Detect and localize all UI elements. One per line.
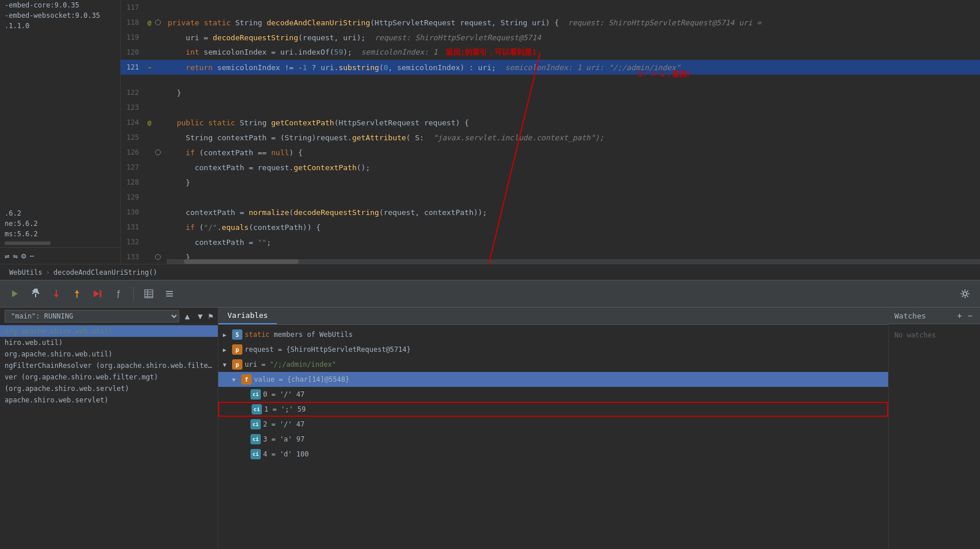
line-num-130: 130 [121, 208, 144, 216]
code-line-123: 123 [121, 100, 980, 115]
tab-variables[interactable]: Variables [218, 308, 277, 324]
bottom-panel: "main": RUNNING ▲ ▼ ⚑ org.apache.shiro.w… [0, 308, 980, 549]
expand-uri[interactable]: ▼ [223, 362, 232, 368]
expand-idx-4 [241, 451, 250, 458]
toolbar-separator-1 [133, 287, 134, 301]
code-line-120: 120 int semicolonIndex = uri.indexOf(59)… [121, 45, 980, 60]
line-marker-121: → [144, 64, 155, 71]
close-sidebar-btn[interactable]: − [29, 251, 34, 260]
var-text-uri: uri = "/;/admin/index" [245, 360, 336, 368]
code-content-127: contextPath = request.getContextPath(); [165, 163, 980, 172]
align-right-btn[interactable]: ⇋ [13, 251, 17, 260]
svg-marker-7 [75, 290, 79, 293]
code-line-121: 121 → return semicolonIndex != -1 ? uri.… [121, 60, 980, 75]
call-stack-item-6[interactable]: apache.shiro.web.servlet) [0, 394, 218, 406]
watches-empty: No watches [889, 324, 980, 346]
var-text-static: static members of WebUtils [245, 331, 353, 339]
code-content-132: contextPath = ""; [165, 238, 980, 247]
watches-title: Watches [894, 312, 926, 320]
expand-idx-0 [241, 391, 250, 398]
thread-down-btn[interactable]: ▼ [195, 310, 205, 322]
line-bp-118[interactable] [155, 18, 165, 27]
svg-marker-8 [94, 290, 99, 297]
icon-value: f [241, 374, 252, 385]
line-num-131: 131 [121, 223, 144, 231]
module-embed-core[interactable]: -embed-core:9.0.35 [0, 0, 120, 10]
step-over-btn[interactable] [28, 286, 44, 302]
expand-value[interactable]: ▼ [232, 377, 241, 383]
var-row-idx-4[interactable]: ci 4 = 'd' 100 [218, 447, 888, 462]
var-row-uri[interactable]: ▼ p uri = "/;/admin/index" [218, 357, 888, 372]
code-line-132: 132 contextPath = ""; [121, 235, 980, 249]
resume-btn[interactable] [7, 286, 23, 302]
call-stack-item-0[interactable]: org.apache.shiro.web.util) [0, 325, 218, 337]
expand-idx-1 [242, 406, 252, 413]
call-stack-item-5[interactable]: (org.apache.shiro.web.servlet) [0, 383, 218, 394]
line-num-128: 128 [121, 178, 144, 186]
scrollbar-track[interactable] [167, 259, 980, 264]
code-line-126: 126 if (contextPath == null) { [121, 145, 980, 160]
module-ms-5-6-2[interactable]: ms:5.6.2 [0, 229, 120, 239]
evaluate-btn[interactable]: ƒ [110, 286, 126, 302]
var-row-idx-3[interactable]: ci 3 = 'a' 97 [218, 432, 888, 447]
var-text-idx-2: 2 = '/' 47 [263, 420, 304, 428]
main-container: -embed-core:9.0.35 -embed-websocket:9.0.… [0, 0, 980, 549]
expand-static[interactable]: ▶ [223, 332, 232, 338]
var-row-value[interactable]: ▼ f value = {char[14]@5548} [218, 372, 888, 387]
icon-idx-1: ci [252, 404, 262, 414]
list-view-btn[interactable] [161, 286, 178, 302]
thread-up-btn[interactable]: ▲ [183, 310, 192, 322]
var-text-idx-4: 4 = 'd' 100 [263, 450, 308, 458]
expand-request[interactable]: ▶ [223, 347, 232, 353]
debug-toolbar: ƒ [0, 280, 980, 308]
call-stack-item-4[interactable]: ver (org.apache.shiro.web.filter.mgt) [0, 371, 218, 383]
line-bp-126[interactable] [155, 148, 165, 157]
step-into-btn[interactable] [48, 286, 64, 302]
watches-empty-text: No watches [894, 331, 936, 339]
code-line-119: 119 uri = decodeRequestString(request, u… [121, 30, 980, 45]
watches-remove-btn[interactable]: − [966, 311, 974, 320]
watches-actions: + − [955, 311, 974, 320]
line-num-129: 129 [121, 193, 144, 201]
align-left-btn[interactable]: ⇌ [5, 251, 9, 260]
module-version[interactable]: .1.1.0 [0, 21, 120, 31]
var-row-idx-1[interactable]: ci 1 = ';' 59 [218, 402, 888, 417]
thread-dropdown[interactable]: "main": RUNNING [5, 310, 179, 323]
line-num-133: 133 [121, 253, 144, 261]
breadcrumb-method[interactable]: decodeAndCleanUriString() [53, 268, 157, 277]
line-bp-133[interactable] [155, 253, 165, 262]
line-num-117: 117 [121, 3, 144, 11]
module-ne-5-6-2[interactable]: ne:5.6.2 [0, 218, 120, 229]
code-content-124: public static String getContextPath(Http… [165, 118, 980, 127]
call-stack-item-1[interactable]: hiro.web.util) [0, 337, 218, 348]
line-num-118: 118 [121, 18, 144, 26]
settings-btn[interactable]: ⚙ [21, 251, 26, 260]
var-text-idx-3: 3 = 'a' 97 [263, 435, 304, 443]
icon-idx-4: ci [250, 449, 261, 459]
module-embed-websocket[interactable]: -embed-websocket:9.0.35 [0, 10, 120, 21]
line-marker-124: @ [144, 119, 155, 126]
var-row-request[interactable]: ▶ p request = {ShiroHttpServletRequest@5… [218, 342, 888, 357]
watches-add-btn[interactable]: + [955, 311, 963, 320]
thread-filter-btn[interactable]: ⚑ [209, 312, 213, 321]
run-to-cursor-btn[interactable] [90, 286, 106, 302]
step-out-btn[interactable] [69, 286, 85, 302]
module-6-2[interactable]: .6.2 [0, 208, 120, 218]
watches-panel: Watches + − No watches [888, 308, 980, 549]
scrollbar-thumb[interactable] [184, 259, 299, 264]
breadcrumb-class[interactable]: WebUtils [9, 268, 43, 277]
code-content-125: String contextPath = (String)request.get… [165, 133, 980, 142]
line-num-132: 132 [121, 238, 144, 246]
call-stack-item-2[interactable]: org.apache.shiro.web.util) [0, 348, 218, 360]
var-row-static[interactable]: ▶ S static members of WebUtils [218, 327, 888, 342]
var-row-idx-0[interactable]: ci 0 = '/' 47 [218, 387, 888, 402]
table-view-btn[interactable] [141, 286, 157, 302]
var-row-idx-2[interactable]: ci 2 = '/' 47 [218, 417, 888, 432]
code-content-119: uri = decodeRequestString(request, uri);… [165, 33, 980, 42]
settings-gear-btn[interactable] [957, 286, 973, 302]
code-content-122: } [165, 89, 980, 97]
panel-tabs: Variables [218, 308, 888, 325]
svg-marker-1 [12, 290, 18, 297]
call-stack-item-3[interactable]: ngFilterChainResolver (org.apache.shiro.… [0, 360, 218, 371]
variables-area: Variables ▶ S static members of WebUtils… [218, 308, 888, 549]
